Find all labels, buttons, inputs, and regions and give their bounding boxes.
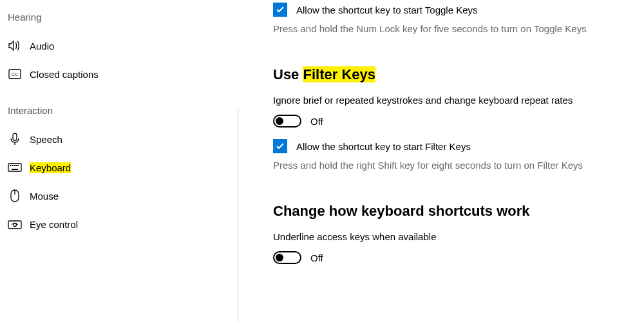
svg-rect-4 <box>10 165 11 166</box>
mouse-icon <box>8 189 22 202</box>
shortcuts-heading: Change how keyboard shortcuts work <box>273 203 629 220</box>
toggle-keys-desc: Press and hold the Num Lock key for five… <box>273 22 629 35</box>
toggle-off-icon <box>273 115 301 128</box>
sidebar-item-mouse[interactable]: Mouse <box>8 182 238 210</box>
svg-rect-5 <box>12 165 13 166</box>
sidebar-label-speech: Speech <box>30 134 62 145</box>
checkbox-checked-icon <box>273 3 287 17</box>
filter-keys-shortcut-checkbox-row[interactable]: Allow the shortcut key to start Filter K… <box>273 139 629 153</box>
sidebar-label-keyboard: Keyboard <box>30 162 71 173</box>
toggle-keys-shortcut-checkbox-row[interactable]: Allow the shortcut key to start Toggle K… <box>273 3 629 17</box>
svg-rect-2 <box>13 133 17 140</box>
filter-keys-toggle-state: Off <box>310 116 323 127</box>
eye-control-icon <box>8 219 22 229</box>
sidebar-label-closed-captions: Closed captions <box>30 69 99 80</box>
toggle-off-icon <box>273 251 301 264</box>
svg-text:CC: CC <box>12 72 18 77</box>
sidebar-item-keyboard[interactable]: Keyboard <box>8 153 238 182</box>
sidebar-divider <box>238 109 238 322</box>
filter-keys-heading: Use Filter Keys <box>273 66 629 83</box>
filter-keys-shortcut-desc: Press and hold the right Shift key for e… <box>273 158 629 172</box>
keyboard-icon <box>8 163 22 172</box>
sidebar-label-mouse: Mouse <box>30 191 59 202</box>
sidebar: Hearing Audio CC Closed captions Interac… <box>0 0 238 322</box>
filter-keys-heading-highlight: Filter Keys <box>303 66 375 82</box>
svg-rect-7 <box>15 165 17 166</box>
cc-icon: CC <box>8 69 22 79</box>
group-header-hearing: Hearing <box>8 12 238 23</box>
underline-access-label: Underline access keys when available <box>273 231 629 242</box>
svg-rect-3 <box>8 164 21 171</box>
sidebar-label-audio: Audio <box>30 41 54 52</box>
svg-rect-9 <box>12 169 18 170</box>
group-header-interaction: Interaction <box>8 105 238 116</box>
microphone-icon <box>8 133 22 146</box>
audio-icon <box>8 40 22 52</box>
svg-rect-12 <box>8 221 21 229</box>
underline-access-toggle-state: Off <box>310 252 323 263</box>
underline-access-toggle-row[interactable]: Off <box>273 251 629 264</box>
sidebar-item-closed-captions[interactable]: CC Closed captions <box>8 60 238 88</box>
sidebar-label-eye-control: Eye control <box>30 219 78 230</box>
toggle-keys-shortcut-label: Allow the shortcut key to start Toggle K… <box>296 5 478 15</box>
sidebar-item-speech[interactable]: Speech <box>8 125 238 153</box>
filter-keys-shortcut-label: Allow the shortcut key to start Filter K… <box>296 141 471 152</box>
sidebar-item-audio[interactable]: Audio <box>8 32 238 60</box>
main-content: Allow the shortcut key to start Toggle K… <box>238 0 644 322</box>
svg-rect-6 <box>14 165 15 166</box>
checkbox-checked-icon <box>273 139 287 153</box>
svg-rect-8 <box>17 165 19 166</box>
filter-keys-toggle-row[interactable]: Off <box>273 115 629 128</box>
sidebar-item-eye-control[interactable]: Eye control <box>8 210 238 238</box>
filter-keys-desc: Ignore brief or repeated keystrokes and … <box>273 95 629 106</box>
